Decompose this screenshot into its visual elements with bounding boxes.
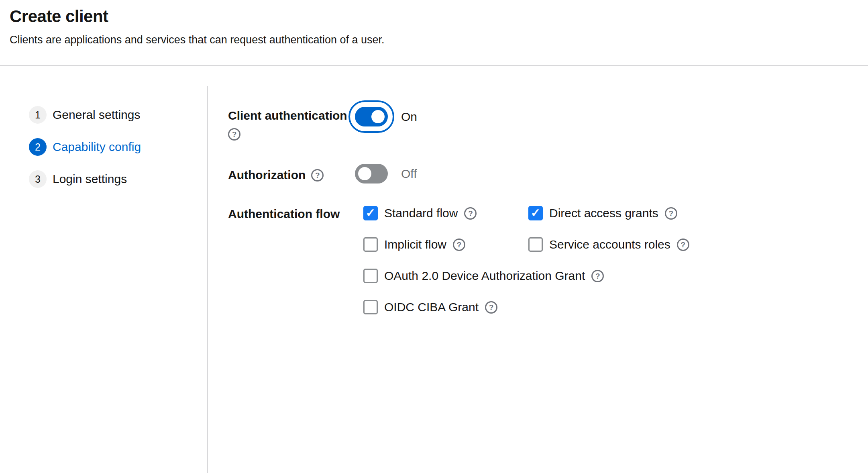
help-icon[interactable]: ? <box>464 207 477 220</box>
step-label: General settings <box>53 108 140 122</box>
option-label: Service accounts roles <box>549 237 670 252</box>
option-oauth-device-authorization-grant[interactable]: ✓ OAuth 2.0 Device Authorization Grant ? <box>363 268 689 283</box>
wizard-step-capability-config[interactable]: 2 Capability config <box>29 138 207 156</box>
service-accounts-roles-checkbox[interactable]: ✓ <box>528 237 543 252</box>
authorization-control: Off <box>355 164 417 183</box>
option-service-accounts-roles[interactable]: ✓ Service accounts roles ? <box>528 237 689 252</box>
page-title: Create client <box>10 6 852 27</box>
help-icon[interactable]: ? <box>453 239 465 251</box>
standard-flow-checkbox[interactable]: ✓ <box>363 206 378 220</box>
option-label: OAuth 2.0 Device Authorization Grant <box>384 268 585 283</box>
page-description: Clients are applications and services th… <box>10 33 852 47</box>
step-number-badge: 3 <box>29 170 47 188</box>
form-row-client-authentication: Client authentication ? On <box>228 100 868 141</box>
client-authentication-label-group: Client authentication ? <box>228 100 355 141</box>
step-number-badge: 2 <box>29 138 47 156</box>
client-authentication-toggle[interactable] <box>355 107 388 126</box>
form-row-authentication-flow: Authentication flow ✓ Standard flow ? ✓ <box>228 206 868 315</box>
option-oidc-ciba-grant[interactable]: ✓ OIDC CIBA Grant ? <box>363 300 689 315</box>
authentication-flow-label: Authentication flow <box>228 206 355 315</box>
authorization-label-group: Authorization ? <box>228 164 355 183</box>
help-icon[interactable]: ? <box>591 270 604 282</box>
authorization-toggle[interactable] <box>355 164 388 183</box>
wizard-steps-nav: 1 General settings 2 Capability config 3… <box>0 86 208 473</box>
create-client-wizard: 1 General settings 2 Capability config 3… <box>0 86 868 473</box>
help-icon[interactable]: ? <box>677 239 689 251</box>
client-authentication-label: Client authentication <box>228 108 355 123</box>
create-client-page: Create client Clients are applications a… <box>0 0 868 473</box>
wizard-step-login-settings[interactable]: 3 Login settings <box>29 170 207 188</box>
wizard-step-general-settings[interactable]: 1 General settings <box>29 106 207 124</box>
authorization-label: Authorization <box>228 167 306 183</box>
option-label: Standard flow <box>384 206 458 221</box>
step-label: Login settings <box>53 172 127 186</box>
step-label: Capability config <box>53 140 141 154</box>
option-direct-access-grants[interactable]: ✓ Direct access grants ? <box>528 206 689 221</box>
check-icon: ✓ <box>531 207 540 219</box>
capability-config-form: Client authentication ? On Authorization… <box>208 86 868 473</box>
implicit-flow-checkbox[interactable]: ✓ <box>363 237 378 252</box>
client-authentication-control: On <box>355 107 417 126</box>
check-icon: ✓ <box>366 207 375 219</box>
help-icon[interactable]: ? <box>228 128 240 141</box>
toggle-knob <box>358 167 371 180</box>
option-label: Direct access grants <box>549 206 658 221</box>
help-icon[interactable]: ? <box>485 301 497 314</box>
client-authentication-state: On <box>401 110 417 124</box>
toggle-knob <box>371 110 385 123</box>
option-label: OIDC CIBA Grant <box>384 300 479 315</box>
authentication-flow-options: ✓ Standard flow ? ✓ Direct access grants… <box>363 206 689 315</box>
oidc-ciba-grant-checkbox[interactable]: ✓ <box>363 300 378 314</box>
authorization-state: Off <box>401 167 417 181</box>
form-row-authorization: Authorization ? Off <box>228 164 868 183</box>
step-number-badge: 1 <box>29 106 47 124</box>
help-icon[interactable]: ? <box>311 169 324 181</box>
help-icon[interactable]: ? <box>665 207 677 220</box>
direct-access-grants-checkbox[interactable]: ✓ <box>528 206 543 220</box>
page-header: Create client Clients are applications a… <box>0 0 868 66</box>
option-implicit-flow[interactable]: ✓ Implicit flow ? <box>363 237 528 252</box>
option-standard-flow[interactable]: ✓ Standard flow ? <box>363 206 528 221</box>
oauth-device-grant-checkbox[interactable]: ✓ <box>363 269 378 283</box>
option-label: Implicit flow <box>384 237 446 252</box>
